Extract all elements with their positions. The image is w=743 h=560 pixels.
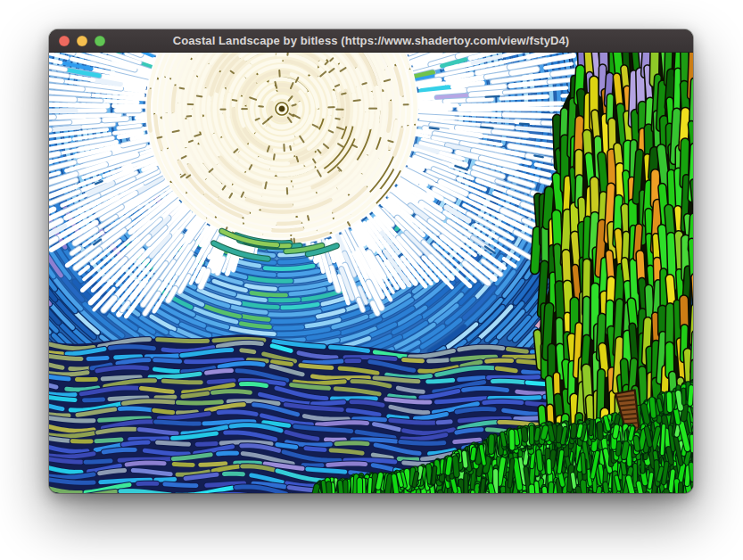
shadertoy-viewer-window: Coastal Landscape by bitless (https://ww… [49,29,693,493]
zoom-button[interactable] [95,36,105,46]
traffic-lights [59,29,105,53]
desktop-background: Coastal Landscape by bitless (https://ww… [0,0,743,560]
shader-artwork-canvas [49,53,693,493]
window-titlebar[interactable]: Coastal Landscape by bitless (https://ww… [49,29,693,53]
minimize-button[interactable] [77,36,87,46]
close-button[interactable] [59,36,70,46]
window-title: Coastal Landscape by bitless (https://ww… [49,34,693,47]
